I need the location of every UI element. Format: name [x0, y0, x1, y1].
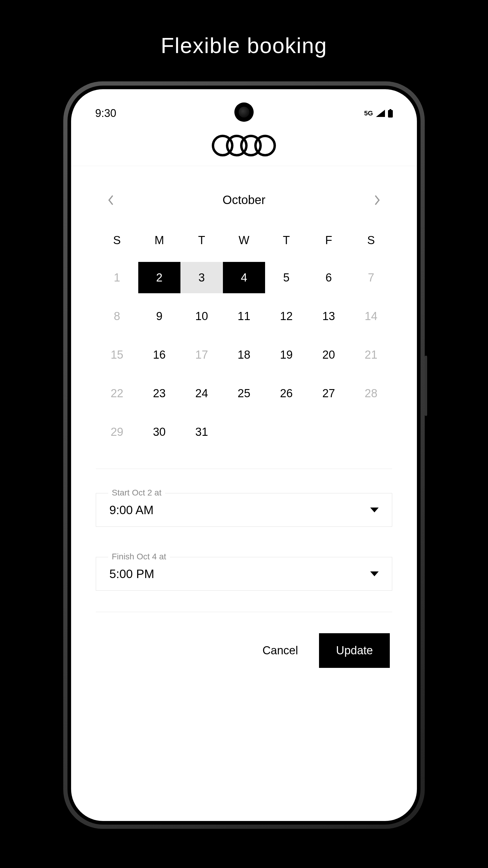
phone-frame: 9:30 5G [63, 82, 425, 829]
start-time-label: Start Oct 2 at [108, 488, 165, 498]
calendar-weekday-header: SMTWTFS [96, 234, 392, 247]
finish-time-selector[interactable]: Finish Oct 4 at 5:00 PM [96, 557, 392, 591]
weekday-label: T [265, 234, 307, 247]
calendar-day[interactable]: 28 [350, 378, 392, 409]
weekday-label: S [350, 234, 392, 247]
next-month-button[interactable] [371, 194, 383, 206]
chevron-right-icon [374, 195, 380, 205]
prev-month-button[interactable] [105, 194, 117, 206]
calendar-day[interactable]: 7 [350, 262, 392, 293]
calendar-day[interactable]: 20 [307, 339, 350, 370]
app-header [71, 122, 417, 166]
calendar-day[interactable]: 16 [138, 339, 181, 370]
weekday-label: W [223, 234, 265, 247]
calendar-day[interactable]: 10 [181, 301, 223, 332]
svg-rect-1 [388, 110, 393, 118]
calendar-day[interactable]: 26 [265, 378, 307, 409]
calendar-day[interactable]: 12 [265, 301, 307, 332]
dropdown-icon [370, 507, 379, 513]
calendar-day[interactable]: 31 [181, 416, 223, 447]
calendar-day[interactable]: 18 [223, 339, 265, 370]
calendar-day[interactable]: 13 [307, 301, 350, 332]
start-time-selector[interactable]: Start Oct 2 at 9:00 AM [96, 493, 392, 527]
calendar-day[interactable]: 6 [307, 262, 350, 293]
weekday-label: T [181, 234, 223, 247]
finish-time-value: 5:00 PM [109, 567, 154, 581]
calendar-day[interactable]: 22 [96, 378, 138, 409]
finish-time-label: Finish Oct 4 at [108, 552, 170, 561]
calendar-day[interactable]: 1 [96, 262, 138, 293]
calendar-day[interactable]: 11 [223, 301, 265, 332]
month-navigation: October [96, 193, 392, 207]
calendar-grid: 1234567891011121314151617181920212223242… [96, 262, 392, 447]
calendar-day[interactable]: 19 [265, 339, 307, 370]
calendar-day[interactable]: 14 [350, 301, 392, 332]
weekday-label: M [138, 234, 181, 247]
chevron-left-icon [108, 195, 114, 205]
calendar-day[interactable]: 2 [138, 262, 181, 293]
calendar-day[interactable]: 15 [96, 339, 138, 370]
weekday-label: S [96, 234, 138, 247]
calendar-day[interactable]: 29 [96, 416, 138, 447]
audi-logo-icon [212, 134, 276, 157]
calendar-day[interactable]: 21 [350, 339, 392, 370]
calendar-day[interactable]: 25 [223, 378, 265, 409]
status-icons: 5G [364, 109, 393, 118]
page-title: Flexible booking [0, 0, 488, 58]
action-row: Cancel Update [96, 633, 392, 668]
divider [96, 612, 392, 612]
battery-icon [388, 109, 393, 118]
network-5g-label: 5G [364, 110, 373, 117]
weekday-label: F [307, 234, 350, 247]
calendar-day[interactable]: 5 [265, 262, 307, 293]
calendar-day[interactable]: 17 [181, 339, 223, 370]
phone-inner: 9:30 5G [67, 86, 421, 825]
dropdown-icon [370, 571, 379, 576]
camera-punch [234, 102, 254, 122]
divider [96, 469, 392, 469]
calendar-day[interactable]: 30 [138, 416, 181, 447]
phone-side-button [425, 355, 427, 416]
calendar-day[interactable]: 4 [223, 262, 265, 293]
booking-content: October SMTWTFS 123456789101112131415161… [71, 166, 417, 668]
calendar-day[interactable]: 3 [181, 262, 223, 293]
start-time-value: 9:00 AM [109, 503, 154, 517]
phone-screen: 9:30 5G [71, 89, 417, 821]
svg-rect-0 [390, 109, 391, 110]
calendar-day[interactable]: 24 [181, 378, 223, 409]
update-button[interactable]: Update [319, 633, 390, 668]
month-label: October [223, 193, 265, 207]
cancel-button[interactable]: Cancel [256, 635, 304, 666]
calendar-day[interactable]: 8 [96, 301, 138, 332]
status-time: 9:30 [95, 107, 116, 120]
calendar-day[interactable]: 23 [138, 378, 181, 409]
svg-point-5 [255, 136, 275, 155]
calendar-day[interactable]: 27 [307, 378, 350, 409]
signal-icon [376, 110, 385, 117]
calendar-day[interactable]: 9 [138, 301, 181, 332]
